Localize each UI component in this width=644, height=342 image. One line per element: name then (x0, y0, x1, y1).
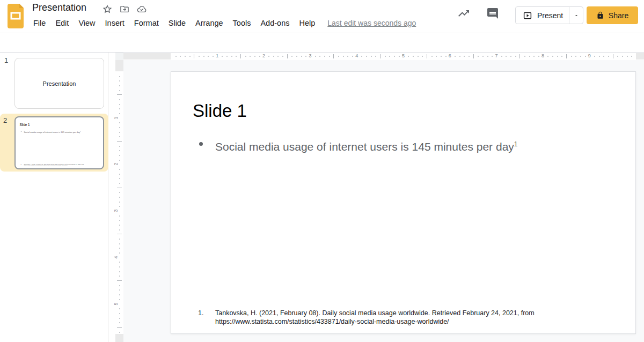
h-ruler-number: 3 (309, 53, 312, 58)
present-icon (523, 11, 532, 20)
h-ruler-tick (338, 56, 339, 57)
thumb-slide-bullet: Social media usage of internet users is … (21, 130, 81, 133)
v-ruler-tick (119, 225, 120, 226)
cloud-status-icon[interactable] (136, 4, 147, 14)
menu-item-help[interactable]: Help (294, 17, 320, 29)
present-dropdown[interactable] (569, 7, 583, 24)
h-ruler-tick (515, 56, 516, 57)
h-ruler-tick (547, 56, 548, 57)
v-ruler-tick (119, 276, 120, 277)
h-ruler-tick (506, 56, 507, 57)
h-ruler-tick (208, 56, 209, 57)
v-ruler-tick (119, 206, 120, 207)
menu-item-edit[interactable]: Edit (50, 17, 74, 29)
v-ruler-margin (115, 60, 123, 71)
v-ruler-tick (119, 99, 120, 100)
h-ruler-tick (561, 56, 562, 57)
h-ruler-tick (608, 56, 609, 57)
v-ruler-tick (117, 188, 122, 188)
h-ruler-tick (282, 56, 283, 57)
h-ruler-tick (385, 56, 386, 57)
h-ruler-tick (519, 54, 520, 58)
slide-body-textbox[interactable]: Social media usage of internet users is … (199, 137, 518, 154)
menu-item-file[interactable]: File (28, 17, 50, 29)
v-ruler-tick (119, 220, 120, 221)
h-ruler-tick (436, 56, 437, 57)
menu-item-view[interactable]: View (74, 17, 100, 29)
h-ruler-tick (245, 56, 246, 57)
v-ruler-tick (119, 266, 120, 267)
footnote-line1: Tankovska, H. (2021, February 08). Daily… (215, 309, 535, 318)
h-ruler-number: 7 (495, 53, 497, 58)
bullet-dot (199, 142, 203, 146)
h-ruler-tick (250, 56, 251, 57)
comments-icon[interactable] (486, 7, 499, 20)
editor-canvas: 123456789 Slide 1 Social media usage of … (123, 53, 644, 342)
menu-item-format[interactable]: Format (129, 17, 164, 29)
v-ruler-tick (119, 313, 120, 314)
move-folder-icon[interactable] (119, 4, 130, 14)
h-ruler-tick (510, 56, 511, 57)
h-ruler-number: 2 (262, 53, 265, 58)
v-ruler-tick (119, 104, 120, 105)
slides-logo[interactable] (5, 4, 26, 28)
v-ruler-tick (119, 308, 120, 309)
h-ruler-tick (259, 56, 260, 57)
ruler-corner (115, 53, 123, 60)
bullet-dot (21, 131, 21, 131)
v-ruler-tick (119, 178, 120, 179)
h-ruler-tick (557, 56, 558, 57)
menu-item-tools[interactable]: Tools (228, 17, 256, 29)
h-ruler-tick (622, 56, 623, 57)
h-ruler-tick (580, 56, 581, 57)
v-ruler-tick (119, 76, 120, 77)
h-ruler-number: 8 (541, 53, 544, 58)
h-ruler-tick (185, 56, 186, 57)
menu-item-arrange[interactable]: Arrange (191, 17, 228, 29)
v-ruler-tick (119, 299, 120, 300)
h-ruler-tick (175, 56, 177, 57)
h-ruler-tick (333, 54, 334, 58)
thumb-slide-footnote: 1. Tankovska, H. (2021, February 08). Da… (20, 163, 84, 167)
menu-item-insert[interactable]: Insert (100, 17, 129, 29)
menu-item-slide[interactable]: Slide (164, 17, 191, 29)
h-ruler-tick (287, 54, 288, 58)
h-ruler-number: 5 (402, 53, 405, 58)
menu-bar: File Edit View Insert Format Slide Arran… (28, 17, 416, 29)
v-ruler-tick (119, 289, 120, 291)
slide-canvas[interactable]: Slide 1 Social media usage of internet u… (171, 71, 636, 334)
v-ruler-tick (119, 155, 120, 156)
slide-footnote-textbox[interactable]: 1. Tankovska, H. (2021, February 08). Da… (198, 309, 535, 326)
h-ruler-tick (324, 56, 325, 57)
h-ruler-tick (492, 56, 493, 57)
activity-icon[interactable] (457, 7, 470, 20)
chevron-down-icon (574, 13, 579, 18)
share-button[interactable]: Share (587, 6, 638, 24)
share-label: Share (609, 11, 628, 20)
slide-2-thumbnail[interactable]: Slide 1 Social media usage of internet u… (14, 116, 104, 169)
thumb-footnote-line2: https://www.statista.com/statistics/4338… (24, 165, 84, 167)
h-ruler-tick (189, 56, 191, 57)
h-ruler-tick (375, 56, 376, 57)
h-ruler-tick (222, 56, 223, 57)
h-ruler-tick (445, 56, 447, 57)
present-button-group: Present (515, 6, 583, 24)
document-title[interactable]: Presentation (32, 2, 86, 13)
thumb-slide-title: Slide 1 (20, 123, 30, 127)
star-icon[interactable] (102, 4, 113, 14)
v-ruler-tick (119, 239, 120, 240)
h-ruler-tick (529, 56, 530, 57)
h-ruler-tick (329, 56, 330, 57)
h-ruler-tick (627, 56, 628, 57)
menu-item-addons[interactable]: Add-ons (255, 17, 294, 29)
h-ruler-tick (301, 56, 302, 57)
h-ruler-tick (408, 56, 409, 57)
v-ruler-tick (119, 85, 120, 86)
last-edit-link[interactable]: Last edit was seconds ago (327, 19, 416, 27)
slide-title-textbox[interactable]: Slide 1 (193, 100, 247, 122)
h-ruler-tick (180, 56, 181, 57)
present-button[interactable]: Present (516, 7, 569, 24)
horizontal-ruler: 123456789 (123, 53, 644, 60)
thumb-bullet-text: Social media usage of internet users is … (24, 131, 80, 133)
slide-1-thumbnail[interactable]: Presentation (14, 58, 104, 109)
